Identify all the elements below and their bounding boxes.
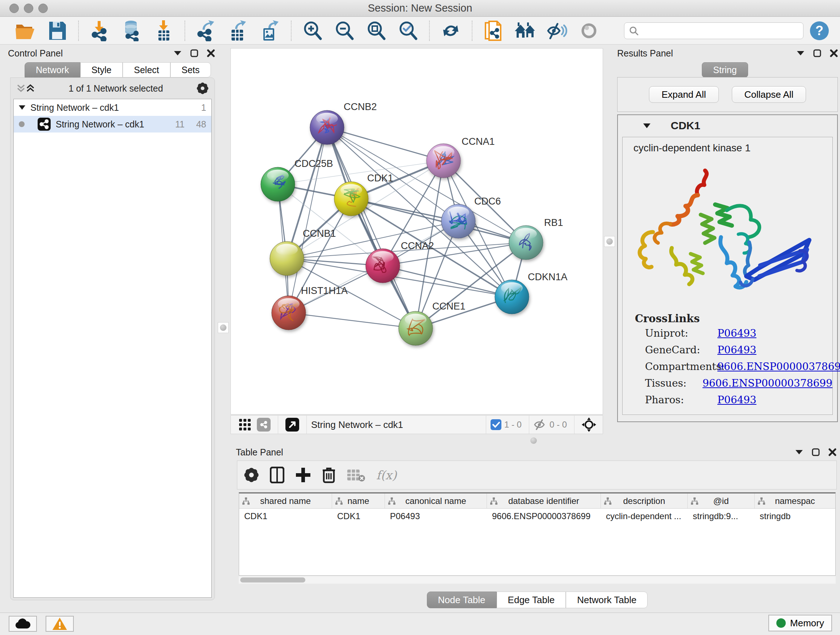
- toolbar-separator: [306, 416, 307, 434]
- panel-close-icon[interactable]: [207, 49, 215, 57]
- vertical-splitter-handle[interactable]: [218, 322, 229, 333]
- zoom-fit-button[interactable]: [365, 19, 387, 42]
- function-builder-button[interactable]: f(x): [376, 468, 397, 482]
- table-options-button[interactable]: [244, 467, 259, 483]
- tab-network-table[interactable]: Network Table: [566, 592, 647, 608]
- export-table-button[interactable]: [227, 19, 249, 42]
- network-edge-CCNB2-CCNE1[interactable]: [327, 127, 416, 328]
- zoom-in-button[interactable]: [302, 19, 324, 42]
- column-header-canonical-name[interactable]: canonical name: [385, 494, 487, 508]
- column-type-icon: [335, 497, 343, 505]
- scrollbar-thumb[interactable]: [240, 578, 305, 583]
- collapse-arrow-icon[interactable]: [643, 124, 651, 128]
- crosslink-pharos-link[interactable]: P06493: [717, 394, 756, 406]
- panel-float-icon[interactable]: [812, 448, 820, 456]
- selected-checkbox-icon[interactable]: [491, 419, 501, 430]
- hide-selected-button[interactable]: [546, 19, 568, 42]
- network-row[interactable]: String Network – cdk1 11 48: [14, 116, 211, 133]
- network-collection-row[interactable]: String Network – cdk1 1: [14, 99, 211, 116]
- show-columns-button[interactable]: [270, 467, 284, 483]
- network-view-canvas[interactable]: CCNB2CCNA1CDC25BCDK1CDC6RB1CCNB1CCNA2CDK…: [231, 48, 603, 415]
- network-node-count: 11: [175, 119, 185, 130]
- table-row[interactable]: CDK1 CDK1 P06493 9606.ENSP00000378699 cy…: [239, 509, 835, 524]
- collapse-all-networks-button[interactable]: [16, 84, 26, 93]
- toolbar-separator: [291, 21, 292, 41]
- network-edge-CCNB2-CCNA1[interactable]: [327, 127, 444, 161]
- panel-menu-icon[interactable]: [797, 51, 805, 56]
- tab-style[interactable]: Style: [80, 62, 123, 78]
- collapse-arrow-icon[interactable]: [19, 105, 25, 110]
- crosslink-genecard-link[interactable]: P06493: [717, 344, 756, 356]
- network-node-CCNA2[interactable]: CCNA2: [366, 241, 434, 283]
- collapse-all-button[interactable]: Collapse All: [732, 86, 806, 103]
- birds-eye-view-button[interactable]: [236, 418, 254, 431]
- vertical-splitter-handle[interactable]: [604, 236, 615, 247]
- tab-network[interactable]: Network: [25, 62, 80, 78]
- tab-node-table[interactable]: Node Table: [427, 592, 497, 608]
- warning-status-button[interactable]: [46, 616, 74, 632]
- refresh-button[interactable]: [439, 19, 462, 42]
- network-node-CDKN1A[interactable]: CDKN1A: [495, 272, 568, 314]
- crosslink-uniprot-link[interactable]: P06493: [717, 327, 756, 339]
- tab-select[interactable]: Select: [123, 62, 170, 78]
- tab-edge-table[interactable]: Edge Table: [497, 592, 566, 608]
- network-current-indicator: [19, 121, 25, 127]
- network-node-CCNB2[interactable]: CCNB2: [310, 101, 377, 144]
- crosslink-tissues-link[interactable]: 9606.ENSP00000378699: [703, 377, 832, 389]
- fit-content-button[interactable]: [579, 417, 599, 432]
- network-node-CCNB1[interactable]: CCNB1: [270, 228, 336, 276]
- export-network-button[interactable]: [195, 19, 218, 42]
- network-options-gear-button[interactable]: [196, 82, 209, 95]
- search-input[interactable]: [639, 26, 799, 36]
- column-header-shared-name[interactable]: shared name: [239, 494, 332, 508]
- network-node-CDK1[interactable]: CDK1: [334, 173, 393, 216]
- help-button[interactable]: ?: [808, 19, 831, 42]
- import-table-from-file-button[interactable]: [152, 19, 175, 42]
- table-panel-title: Table Panel: [236, 447, 283, 458]
- tab-sets[interactable]: Sets: [171, 62, 211, 78]
- home-button[interactable]: [514, 19, 537, 42]
- share-document-button[interactable]: [482, 19, 505, 42]
- zoom-out-button[interactable]: [333, 19, 355, 42]
- column-header-id[interactable]: @id: [688, 494, 755, 508]
- expand-all-networks-button[interactable]: [26, 84, 35, 93]
- panel-menu-icon[interactable]: [795, 450, 803, 455]
- column-header-description[interactable]: description: [601, 494, 688, 508]
- network-node-RB1[interactable]: RB1: [509, 217, 563, 260]
- column-header-name[interactable]: name: [332, 494, 385, 508]
- table-horizontal-scrollbar[interactable]: [239, 576, 836, 584]
- network-node-CDC25B[interactable]: CDC25B: [261, 158, 333, 201]
- horizontal-splitter-handle[interactable]: [531, 437, 537, 444]
- panel-float-icon[interactable]: [190, 49, 198, 57]
- memory-status-button[interactable]: Memory: [768, 615, 832, 631]
- save-session-button[interactable]: [46, 19, 68, 42]
- import-network-from-file-button[interactable]: [88, 19, 111, 42]
- column-header-namespace[interactable]: namespac: [755, 494, 835, 508]
- protein-card-header[interactable]: CDK1: [618, 115, 837, 136]
- expand-all-button[interactable]: Expand All: [649, 86, 719, 103]
- network-node-HIST1H1A[interactable]: HIST1H1A: [272, 285, 347, 330]
- panel-menu-icon[interactable]: [174, 51, 182, 56]
- panel-float-icon[interactable]: [813, 49, 821, 57]
- string-panel-toggle-button[interactable]: [254, 418, 273, 432]
- create-column-button[interactable]: [295, 467, 311, 483]
- open-in-browser-button[interactable]: [283, 418, 302, 432]
- delete-column-button[interactable]: [322, 467, 336, 483]
- crosslink-label: Tissues:: [645, 377, 703, 389]
- network-node-CCNA1[interactable]: CCNA1: [426, 136, 495, 178]
- panel-close-icon[interactable]: [829, 448, 836, 456]
- crosslink-row: Compartments: 9606.ENSP00000378699: [622, 358, 832, 375]
- import-network-from-database-button[interactable]: [120, 19, 143, 42]
- hidden-eye-icon[interactable]: [534, 419, 546, 430]
- column-header-database-identifier[interactable]: database identifier: [487, 494, 601, 508]
- cloud-status-button[interactable]: [9, 616, 37, 632]
- results-tab-string[interactable]: String: [702, 62, 748, 78]
- network-edge-HIST1H1A-CCNE1[interactable]: [289, 313, 416, 328]
- open-session-button[interactable]: [14, 19, 36, 42]
- crosslink-compartments-link[interactable]: 9606.ENSP00000378699: [717, 361, 840, 372]
- panel-close-icon[interactable]: [830, 49, 838, 57]
- zoom-selected-button[interactable]: [397, 19, 419, 42]
- show-all-button[interactable]: [578, 19, 600, 42]
- delete-table-button[interactable]: [347, 468, 365, 482]
- export-image-button[interactable]: [259, 19, 281, 42]
